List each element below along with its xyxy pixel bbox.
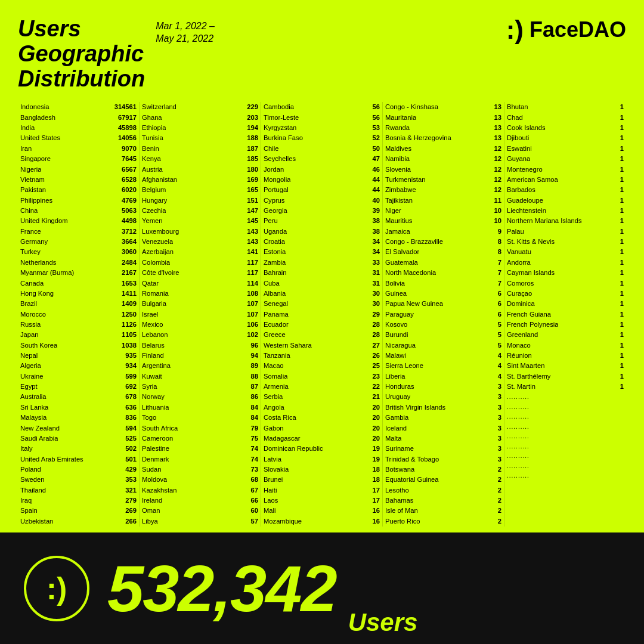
country-name: Iraq	[20, 496, 32, 506]
main-title: Users Geographic Distribution	[18, 17, 145, 91]
country-name: Finland	[142, 351, 164, 361]
table-row: Palestine74	[142, 444, 258, 454]
country-count: 38	[373, 216, 380, 226]
country-name: South Africa	[142, 423, 178, 434]
country-name: Nepal	[20, 351, 38, 361]
table-row: Djibouti1	[507, 133, 624, 143]
country-count: 147	[247, 206, 258, 216]
country-count: 1	[620, 247, 624, 257]
country-count: 106	[247, 320, 258, 330]
dotted-row: ..........	[507, 471, 530, 481]
country-count: 53	[373, 123, 380, 133]
table-row: Somalia23	[264, 371, 380, 382]
country-name: Isle of Man	[385, 506, 418, 516]
table-row: Timor-Leste56	[264, 113, 380, 123]
country-count: 20	[373, 423, 380, 434]
table-row: ..........	[507, 470, 624, 481]
country-count: 269	[125, 506, 137, 516]
country-count: 47	[373, 154, 380, 164]
country-count: 2	[498, 465, 501, 475]
country-count: 185	[247, 154, 258, 164]
table-row: Spain269	[20, 506, 137, 516]
country-name: Cameroon	[142, 434, 173, 444]
country-name: Luxembourg	[142, 227, 179, 237]
country-count: 88	[251, 371, 258, 382]
table-row: Eswatini1	[507, 144, 624, 154]
country-name: Comoros	[507, 278, 534, 289]
country-count: 96	[251, 340, 258, 351]
table-row: Cyprus40	[264, 196, 380, 206]
table-row: Cambodia56	[264, 102, 380, 112]
table-row: Sint Maarten1	[507, 361, 624, 371]
table-row: Lithuania84	[142, 402, 258, 413]
table-row: Tajikistan11	[385, 196, 501, 206]
country-name: Saudi Arabia	[20, 434, 58, 444]
country-name: Portugal	[264, 185, 289, 195]
country-name: Sint Maarten	[507, 361, 544, 371]
country-count: 7645	[122, 154, 137, 164]
country-count: 19	[373, 454, 380, 465]
table-row: Cayman Islands1	[507, 268, 624, 278]
country-count: 10	[494, 206, 501, 216]
table-row: Benin187	[142, 144, 258, 154]
table-row: Egypt692	[20, 382, 137, 392]
country-count: 87	[251, 382, 258, 392]
country-count: 194	[247, 123, 258, 133]
country-count: 266	[125, 516, 137, 527]
country-count: 9	[498, 227, 501, 237]
country-name: Dominican Republic	[264, 444, 323, 454]
table-row: St. Kitts & Nevis1	[507, 237, 624, 247]
bottom-section: :) 532,342 Users	[0, 532, 644, 644]
table-row: Kazakhstan67	[142, 485, 258, 496]
country-count: 1	[620, 216, 624, 226]
country-count: 34	[373, 247, 380, 257]
country-name: Lesotho	[385, 485, 409, 496]
table-row: Haiti17	[264, 485, 380, 496]
table-row: Iraq279	[20, 496, 137, 506]
country-count: 20	[373, 434, 380, 444]
table-row: Turkey3060	[20, 247, 137, 257]
table-row: Cuba31	[264, 278, 380, 289]
country-count: 321	[125, 485, 137, 496]
country-name: Malaysia	[20, 413, 47, 423]
table-row: ..........	[507, 441, 624, 451]
date-line2: May 21, 2022	[156, 33, 213, 44]
country-name: United Kingdom	[20, 216, 68, 226]
table-row: Northern Mariana Islands1	[507, 216, 624, 226]
table-row: Botswana2	[385, 465, 501, 475]
country-count: 20	[373, 402, 380, 413]
table-row: Myanmar (Burma)2167	[20, 268, 137, 278]
country-name: Turkmenistan	[385, 175, 425, 185]
table-row: Belarus96	[142, 340, 258, 351]
country-name: Albania	[264, 289, 286, 299]
country-name: Libya	[142, 516, 158, 527]
country-name: New Zealand	[20, 423, 60, 434]
date-range: Mar 1, 2022 – May 21, 2022	[156, 20, 215, 45]
country-name: Kyrgyzstan	[264, 123, 296, 133]
country-count: 169	[247, 175, 258, 185]
country-count: 31	[373, 268, 380, 278]
table-row: Norway86	[142, 392, 258, 402]
table-row: China5063	[20, 206, 137, 216]
table-row: Vietnam6528	[20, 175, 137, 185]
country-name: India	[20, 123, 35, 133]
country-count: 678	[125, 392, 137, 402]
table-row: Peru38	[264, 216, 380, 226]
country-count: 12	[494, 165, 501, 175]
country-count: 1	[620, 361, 624, 371]
country-count: 1	[620, 371, 624, 382]
country-name: Hungary	[142, 196, 167, 206]
country-count: 89	[251, 361, 258, 371]
country-name: Western Sahara	[264, 340, 312, 351]
country-name: Seychelles	[264, 154, 296, 164]
country-count: 12	[494, 154, 501, 164]
table-row: Israel107	[142, 309, 258, 320]
country-count: 3	[498, 392, 501, 402]
country-name: Djibouti	[507, 133, 529, 143]
country-name: North Macedonia	[385, 268, 436, 278]
country-name: Iran	[20, 144, 32, 154]
country-count: 203	[247, 113, 258, 123]
country-name: Germany	[20, 237, 48, 247]
table-row: Nicaragua5	[385, 340, 501, 351]
table-row: United Arab Emirates501	[20, 454, 137, 465]
